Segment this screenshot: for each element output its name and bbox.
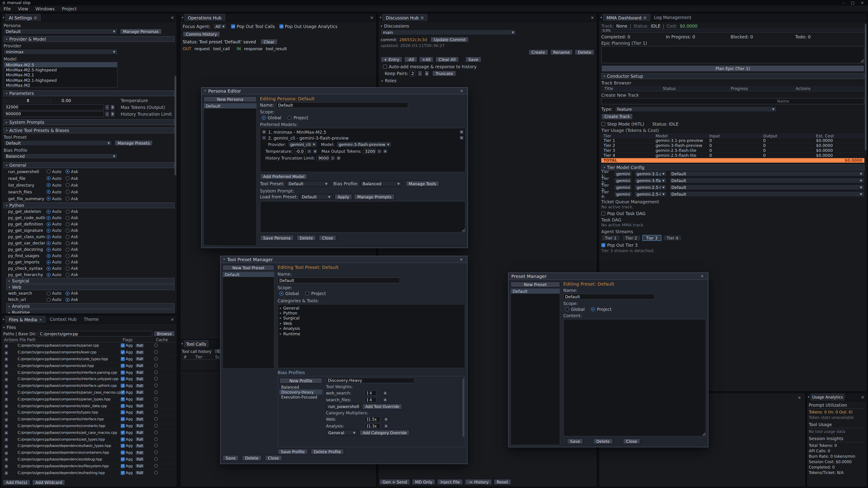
tier-provider-select[interactable]: gemini▼ [614,171,632,177]
manage-prompts-button[interactable]: Manage Prompts [354,194,395,200]
caret-right-icon[interactable]: ▸ [280,311,281,315]
cache-indicator-icon[interactable] [154,451,158,454]
clear-status-button[interactable]: Clear [260,39,278,45]
scrollbar-thumb[interactable] [463,378,464,437]
increment-button[interactable]: + [110,111,115,117]
menu-item[interactable]: View [14,6,32,11]
full-button[interactable]: Full [135,370,145,375]
increment-button[interactable]: + [425,70,429,76]
full-button[interactable]: Full [135,390,145,395]
cache-indicator-icon[interactable] [154,424,158,427]
auto-radio[interactable] [46,297,51,302]
auto-radio[interactable] [46,169,51,173]
keep-pairs-input[interactable]: 2 [410,70,416,76]
agg-checkbox[interactable] [121,397,125,401]
panel-menu-icon[interactable]: ▾ [181,342,183,346]
tier-preset-select[interactable]: Default▼ [669,184,864,190]
decrement-button[interactable]: - [105,111,110,117]
agg-checkbox[interactable] [121,404,125,408]
tab-operations-hub[interactable]: Operations Hub [184,14,225,21]
agg-checkbox[interactable] [121,431,125,435]
maximize-button[interactable]: □ [851,0,855,5]
tier-model-config-section[interactable]: ▾Tier Model Config [601,164,864,170]
model-option[interactable]: MiniMax-M2.1-highspeed [4,78,117,83]
delete-preset-button[interactable]: Delete [593,438,613,444]
stream-tab[interactable]: Tier 2 [622,235,641,241]
remove-multiplier-button[interactable]: x [384,417,388,421]
cache-indicator-icon[interactable] [154,431,158,434]
scope-project-radio[interactable] [288,116,292,120]
python-tools-section[interactable]: ▾Python [4,202,175,208]
pop-out-tier3-checkbox[interactable] [601,243,605,247]
panel-close-icon[interactable]: × [589,15,595,20]
full-button[interactable]: Full [135,457,145,462]
caret-right-icon[interactable]: ▸ [280,322,281,325]
scrollbar-thumb[interactable] [175,76,176,175]
close-button[interactable]: × [861,0,864,5]
profile-name-input[interactable]: Discovery-Heavy [326,378,414,383]
menu-item[interactable]: File [0,6,14,11]
remove-file-button[interactable]: x [4,397,8,402]
manage-personas-button[interactable]: Manage Personas [120,29,162,34]
category-item[interactable]: ▸Runtime [278,331,465,336]
agg-checkbox[interactable] [121,357,125,361]
add-tool-override-button[interactable]: Add Tool Override [362,403,402,410]
close-dialog-button[interactable]: Close [319,235,336,241]
ask-radio[interactable] [66,222,70,226]
temperature-slider[interactable] [4,98,52,102]
tab-usage-analytics[interactable]: Usage Analytics [810,393,845,400]
preset-name-input[interactable]: Default [278,278,400,283]
provider-model-section[interactable]: ▾Provider & Model [4,36,175,42]
cache-indicator-icon[interactable] [154,464,158,467]
cache-indicator-icon[interactable] [154,470,158,474]
weight-input[interactable]: 4 [365,390,377,396]
preset-name-input[interactable]: Default [563,294,655,300]
cache-indicator-icon[interactable] [154,444,158,448]
ask-radio[interactable] [66,254,70,258]
add-entry-button[interactable]: + Entry [381,57,403,62]
scope-project-radio[interactable] [591,307,595,311]
auto-radio[interactable] [46,241,51,245]
bias-profile-select[interactable]: Balanced▼ [360,181,402,187]
auto-radio[interactable] [46,291,51,295]
save-discussion-button[interactable]: Save [465,57,482,62]
ask-radio[interactable] [66,266,70,270]
full-button[interactable]: Full [135,383,145,388]
category-item[interactable]: ▸Python [278,311,465,316]
close-dialog-button[interactable]: Close [623,438,640,444]
category-item[interactable]: ▸Web [278,321,465,326]
delete-preset-button[interactable]: Delete [242,455,261,461]
system-prompt-textarea[interactable] [260,201,466,233]
bias-profile-item[interactable]: Discovery-Heavy [279,390,322,394]
agg-checkbox[interactable] [121,437,125,441]
tool-preset-select[interactable]: Default▼ [286,181,330,187]
agg-checkbox[interactable] [121,424,125,428]
full-button[interactable]: Full [135,403,145,408]
expand-all-button[interactable]: +All [419,57,434,62]
system-prompts-section[interactable]: ▸System Prompts [4,119,175,125]
auto-radio[interactable] [46,260,51,264]
track-name-input[interactable]: Name [601,98,864,104]
decrement-button[interactable]: - [331,156,335,160]
add-category-override-button[interactable]: Add Category Override [360,430,410,435]
menu-item[interactable]: Project [58,6,80,11]
footer-action-button[interactable]: MD Only [412,479,435,485]
discussion-select[interactable]: main▼ [381,29,516,35]
new-tool-preset-button[interactable]: New Tool Preset [222,265,274,271]
save-preset-button[interactable]: Save [222,455,239,461]
active-presets-section[interactable]: ▾Active Tool Presets & Biases [4,127,175,133]
agg-checkbox[interactable] [121,390,125,394]
panel-menu-icon[interactable]: ▾ [600,15,602,19]
stream-tab[interactable]: Tier 3 [643,235,661,241]
multiplier-input[interactable]: 1.5x [365,416,380,422]
panel-close-icon[interactable]: × [169,15,176,20]
auto-radio[interactable] [46,254,51,258]
scrollbar-thumb[interactable] [865,24,867,151]
full-button[interactable]: Full [135,470,145,475]
category-item[interactable]: ▸Surgical [278,316,465,321]
agg-checkbox[interactable] [121,370,125,375]
model-option[interactable]: MiniMax-M2 [4,83,117,88]
agg-checkbox[interactable] [121,350,125,354]
cache-indicator-icon[interactable] [154,377,158,381]
tier-model-select[interactable]: gemini-2.5-flash-lite▼ [634,191,667,197]
